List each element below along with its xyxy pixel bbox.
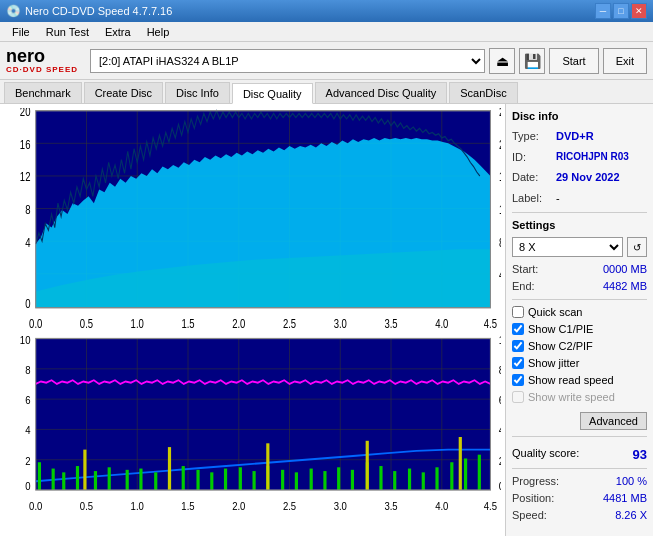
svg-rect-72: [351, 470, 354, 490]
show-c2pif-checkbox[interactable]: [512, 340, 524, 352]
toolbar: nero CD·DVD SPEED [2:0] ATAPI iHAS324 A …: [0, 42, 653, 80]
svg-text:4.0: 4.0: [435, 317, 448, 330]
svg-text:3.0: 3.0: [334, 501, 347, 513]
svg-rect-80: [464, 459, 467, 491]
progress-value: 100 %: [616, 475, 647, 487]
advanced-button[interactable]: Advanced: [580, 412, 647, 430]
start-button[interactable]: Start: [549, 48, 598, 74]
svg-rect-62: [210, 473, 213, 491]
disc-id-value: RICOHJPN R03: [556, 149, 629, 166]
menu-run-test[interactable]: Run Test: [38, 24, 97, 40]
svg-text:20: 20: [499, 138, 501, 151]
svg-text:3.5: 3.5: [384, 317, 397, 330]
progress-row: Progress: 100 %: [512, 475, 647, 487]
svg-rect-71: [337, 468, 340, 491]
svg-rect-55: [108, 468, 111, 491]
show-c1pie-checkbox[interactable]: [512, 323, 524, 335]
speed-icon-btn[interactable]: ↺: [627, 237, 647, 257]
disc-label-row: Label: -: [512, 190, 647, 207]
svg-text:0.5: 0.5: [80, 317, 93, 330]
eject-button[interactable]: ⏏: [489, 48, 515, 74]
svg-text:0.0: 0.0: [29, 317, 42, 330]
quality-score-label: Quality score:: [512, 447, 579, 462]
tab-create-disc[interactable]: Create Disc: [84, 82, 163, 103]
svg-rect-53: [76, 466, 79, 490]
chart1-svg: 20 16 12 8 4 0 24 20 16 12 8 4 0.0: [4, 108, 501, 336]
show-c2pif-row: Show C2/PIF: [512, 340, 647, 352]
divider1: [512, 212, 647, 213]
save-button[interactable]: 💾: [519, 48, 545, 74]
svg-rect-70: [323, 471, 326, 490]
divider2: [512, 299, 647, 300]
svg-text:12: 12: [499, 203, 501, 216]
show-write-speed-checkbox[interactable]: [512, 391, 524, 403]
show-read-speed-checkbox[interactable]: [512, 374, 524, 386]
disc-label-value: -: [556, 190, 560, 207]
svg-rect-76: [408, 469, 411, 490]
svg-text:4.0: 4.0: [435, 501, 448, 513]
svg-text:1.0: 1.0: [131, 501, 144, 513]
svg-rect-82: [83, 450, 86, 490]
disc-type-label: Type:: [512, 128, 552, 145]
start-label: Start:: [512, 263, 538, 275]
svg-rect-54: [94, 471, 97, 490]
show-read-speed-row: Show read speed: [512, 374, 647, 386]
logo-subtitle: CD·DVD SPEED: [6, 65, 78, 74]
svg-text:1.5: 1.5: [181, 501, 194, 513]
svg-rect-37: [36, 339, 491, 491]
disc-date-value: 29 Nov 2022: [556, 169, 620, 186]
svg-rect-85: [366, 441, 369, 490]
svg-rect-52: [62, 473, 65, 491]
tab-disc-info[interactable]: Disc Info: [165, 82, 230, 103]
tab-advanced-disc-quality[interactable]: Advanced Disc Quality: [315, 82, 448, 103]
start-row: Start: 0000 MB: [512, 263, 647, 275]
divider3: [512, 436, 647, 437]
quick-scan-checkbox[interactable]: [512, 306, 524, 318]
quick-scan-row: Quick scan: [512, 306, 647, 318]
maximize-button[interactable]: □: [613, 3, 629, 19]
chart-area: 20 16 12 8 4 0 24 20 16 12 8 4 0.0: [0, 104, 505, 536]
svg-rect-79: [450, 463, 453, 491]
quick-scan-label: Quick scan: [528, 306, 582, 318]
svg-text:24: 24: [499, 108, 501, 118]
svg-text:8: 8: [25, 203, 30, 216]
svg-text:2: 2: [25, 455, 30, 467]
svg-text:2: 2: [499, 455, 501, 467]
svg-text:8: 8: [499, 235, 501, 248]
chart1-container: 20 16 12 8 4 0 24 20 16 12 8 4 0.0: [4, 108, 501, 336]
svg-rect-60: [182, 466, 185, 490]
svg-text:4: 4: [499, 425, 501, 437]
tab-bar: Benchmark Create Disc Disc Info Disc Qua…: [0, 80, 653, 104]
tab-disc-quality[interactable]: Disc Quality: [232, 83, 313, 104]
right-panel: Disc info Type: DVD+R ID: RICOHJPN R03 D…: [505, 104, 653, 536]
svg-text:2.5: 2.5: [283, 317, 296, 330]
speed-selector[interactable]: 8 X 4 X 2 X MAX: [512, 237, 623, 257]
svg-rect-78: [435, 468, 438, 491]
svg-rect-51: [52, 469, 55, 490]
tab-scan-disc[interactable]: ScanDisc: [449, 82, 517, 103]
svg-text:10: 10: [20, 336, 31, 346]
end-row: End: 4482 MB: [512, 280, 647, 292]
quality-score-row: Quality score: 93: [512, 447, 647, 462]
svg-rect-67: [281, 470, 284, 490]
minimize-button[interactable]: ─: [595, 3, 611, 19]
menu-extra[interactable]: Extra: [97, 24, 139, 40]
drive-selector[interactable]: [2:0] ATAPI iHAS324 A BL1P: [90, 49, 485, 73]
svg-text:2.5: 2.5: [283, 501, 296, 513]
svg-rect-77: [422, 473, 425, 491]
close-button[interactable]: ✕: [631, 3, 647, 19]
logo-nero: nero: [6, 47, 45, 65]
chart2-container: 10 8 6 4 2 0 10 8 6 4 2 0 0.0: [4, 336, 501, 532]
chart2-svg: 10 8 6 4 2 0 10 8 6 4 2 0 0.0: [4, 336, 501, 532]
app-icon: 💿: [6, 4, 21, 18]
svg-text:0.5: 0.5: [80, 501, 93, 513]
tab-benchmark[interactable]: Benchmark: [4, 82, 82, 103]
svg-text:16: 16: [499, 170, 501, 183]
exit-button[interactable]: Exit: [603, 48, 647, 74]
show-jitter-checkbox[interactable]: [512, 357, 524, 369]
menu-file[interactable]: File: [4, 24, 38, 40]
svg-text:4.5: 4.5: [484, 501, 497, 513]
svg-text:10: 10: [499, 336, 501, 346]
menu-help[interactable]: Help: [139, 24, 178, 40]
svg-text:4.5: 4.5: [484, 317, 497, 330]
